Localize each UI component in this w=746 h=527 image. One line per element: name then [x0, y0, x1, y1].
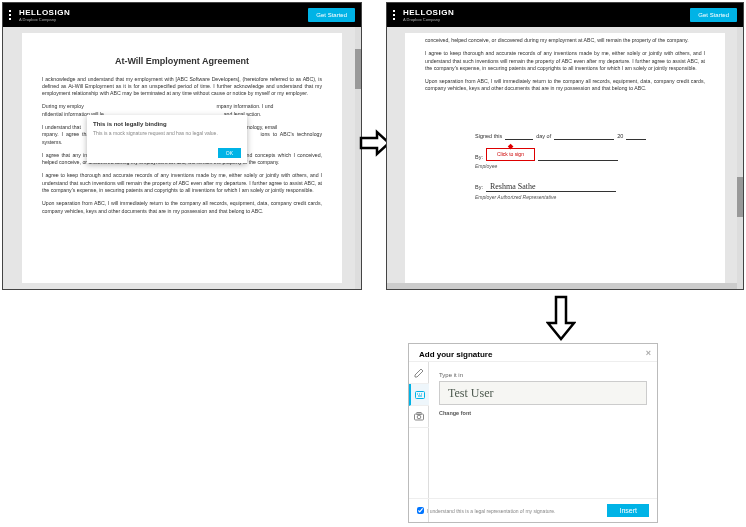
menu-dots-icon[interactable] — [393, 10, 395, 20]
arrow-down-icon — [546, 295, 576, 343]
signed-this-label: Signed this — [475, 133, 502, 141]
paragraph: I agree to keep thorough and accurate re… — [42, 172, 322, 194]
month-field[interactable] — [554, 134, 614, 140]
camera-icon — [414, 412, 424, 421]
tab-draw[interactable] — [409, 362, 429, 384]
signature-modal-title: Add your signature — [419, 350, 492, 359]
topbar: HELLOSIGN A Dropbox Company Get Started — [387, 3, 743, 27]
rep-signature: Reshma Sathe — [490, 181, 536, 192]
by-label: By: — [475, 184, 483, 192]
text-fragment: During my employ — [42, 103, 84, 109]
topbar: HELLOSIGN A Dropbox Company Get Started — [3, 3, 361, 27]
paragraph: conceived, helped conceive, or discovere… — [425, 37, 705, 44]
brand-tagline: A Dropbox Company — [403, 17, 454, 22]
svg-point-6 — [417, 415, 421, 419]
tab-type[interactable] — [409, 384, 429, 406]
modal-title: This is not legally binding — [93, 121, 241, 127]
get-started-button[interactable]: Get Started — [690, 8, 737, 22]
disclaimer-text: I understand this is a legal representat… — [427, 508, 555, 514]
scrollbar-thumb[interactable] — [355, 49, 361, 89]
signature-modal-footer: I understand this is a legal representat… — [409, 498, 657, 522]
modal-ok-button[interactable]: OK — [218, 148, 241, 158]
scrollbar[interactable] — [737, 27, 743, 289]
scrollbar-horizontal[interactable] — [387, 283, 737, 289]
document-page: conceived, helped conceive, or discovere… — [405, 33, 725, 283]
signature-text-input[interactable]: Test User — [439, 381, 647, 405]
brand-name: HELLOSIGN — [19, 8, 70, 17]
year-field[interactable] — [626, 134, 646, 140]
keyboard-icon — [415, 391, 425, 399]
signature-modal-header: Add your signature × — [409, 344, 657, 362]
paragraph: I acknowledge and understand that my emp… — [42, 76, 322, 98]
document-viewport: conceived, helped conceive, or discovere… — [387, 27, 743, 289]
menu-dots-icon[interactable] — [9, 10, 11, 20]
year-prefix: 20 — [617, 133, 623, 141]
day-field[interactable] — [505, 134, 533, 140]
insert-button[interactable]: Insert — [607, 504, 649, 517]
tab-upload[interactable] — [409, 406, 429, 428]
panel-add-signature: Add your signature × Type it in Test Use… — [408, 343, 658, 523]
change-font-button[interactable]: Change font — [439, 410, 647, 416]
brand: HELLOSIGN A Dropbox Company — [9, 8, 70, 22]
text-fragment: mpany information. I und — [216, 103, 273, 109]
brand-name: HELLOSIGN — [403, 8, 454, 17]
signature-line-rep: Reshma Sathe — [486, 186, 616, 192]
type-it-in-label: Type it in — [439, 372, 647, 378]
scrollbar[interactable] — [355, 27, 361, 289]
svg-rect-0 — [416, 391, 425, 398]
scrollbar-thumb[interactable] — [737, 177, 743, 217]
brand: HELLOSIGN A Dropbox Company — [393, 8, 454, 22]
paragraph: Upon separation from ABC, I will immedia… — [425, 78, 705, 93]
text-fragment: I understand that — [42, 124, 81, 130]
brand-tagline: A Dropbox Company — [19, 17, 70, 22]
paragraph: I agree to keep thorough and accurate re… — [425, 50, 705, 72]
panel-document-with-modal: HELLOSIGN A Dropbox Company Get Started … — [2, 2, 362, 290]
document-title: At-Will Employment Agreement — [42, 55, 322, 68]
signature-disclaimer[interactable]: I understand this is a legal representat… — [417, 507, 555, 514]
disclaimer-checkbox[interactable] — [417, 507, 424, 514]
pen-icon — [414, 368, 424, 378]
rep-caption: Employer Authorized Representative — [475, 194, 705, 201]
close-icon[interactable]: × — [646, 348, 651, 358]
modal-body: This is a mock signature request and has… — [93, 130, 241, 136]
panel-document-signature-fields: HELLOSIGN A Dropbox Company Get Started … — [386, 2, 744, 290]
get-started-button[interactable]: Get Started — [308, 8, 355, 22]
legal-notice-modal: This is not legally binding This is a mo… — [87, 115, 247, 163]
signature-block: Signed this day of 20 By: Click to sign … — [425, 133, 705, 201]
click-to-sign-button[interactable]: Click to sign — [486, 148, 535, 161]
by-label: By: — [475, 154, 483, 162]
signature-line-employee — [538, 155, 618, 161]
signature-typed-value: Test User — [448, 386, 493, 401]
employee-caption: Employee — [475, 163, 705, 170]
paragraph: Upon separation from ABC, I will immedia… — [42, 200, 322, 215]
day-of-label: day of — [536, 133, 551, 141]
